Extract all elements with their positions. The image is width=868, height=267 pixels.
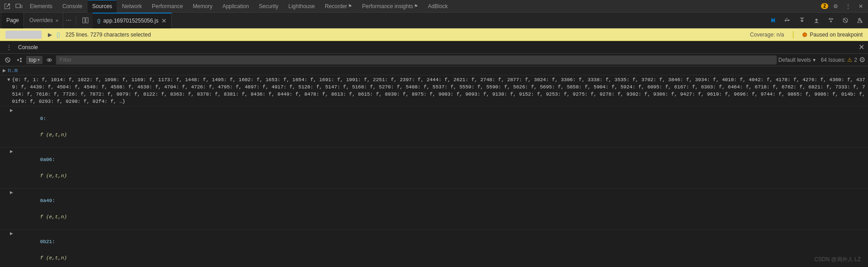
status-bar: ▶ {} 225 lines. 7279 characters selected… (0, 28, 868, 41)
tab-performance[interactable]: Performance (147, 0, 188, 13)
svg-rect-5 (774, 18, 775, 23)
tab-lighthouse[interactable]: Lighthouse (284, 0, 319, 13)
divider (76, 16, 76, 25)
issues-text: 64 Issues: (821, 57, 846, 63)
list-item[interactable]: ▶ 0: f (e,t,n) (0, 106, 868, 147)
list-item[interactable]: ▶ 0a06: f (e,t,n) (0, 147, 868, 189)
log-levels-arrow: ▾ (813, 57, 816, 63)
list-item[interactable]: ▶ 0a49: f (e,t,n) (0, 189, 868, 230)
entry-expand-arrow[interactable]: ▶ (10, 106, 14, 115)
tab-memory-label: Memory (193, 3, 212, 9)
collapse-icon[interactable]: ▼ (7, 76, 10, 83)
more-options-icon[interactable]: ⋮ (843, 1, 854, 12)
tab-overrides-label: Overrides (29, 17, 53, 23)
svg-point-14 (17, 59, 19, 61)
tab-security-label: Security (259, 3, 278, 9)
step-btn[interactable] (825, 14, 837, 27)
tab-network-label: Network (122, 3, 142, 9)
devtools-inspect-icon[interactable] (2, 1, 13, 12)
resume-btn[interactable] (767, 14, 779, 27)
devtools-responsive-icon[interactable] (14, 1, 24, 12)
svg-line-13 (6, 59, 9, 61)
paused-badge: Paused on breakpoint (802, 32, 863, 38)
clear-console-btn[interactable] (3, 55, 13, 65)
log-levels-label: Default levels (779, 57, 811, 63)
close-devtools-icon[interactable]: ✕ (855, 1, 866, 12)
tab-recorder-label: Recorder (325, 3, 347, 9)
paused-label: Paused on breakpoint (810, 32, 863, 38)
svg-point-16 (20, 60, 22, 62)
sources-tab-bar: Page Overrides » ⋯ {} app.1697015255056.… (0, 13, 868, 28)
tab-adblock[interactable]: AdBlock (423, 0, 452, 13)
overrides-more-icon: » (56, 18, 58, 23)
tab-adblock-label: AdBlock (428, 3, 448, 9)
object-entries: ▶ 0: f (e,t,n) ▶ 0a06: f (e,t,n) ▶ 0a49:… (0, 106, 868, 267)
step-into-btn[interactable] (796, 14, 808, 27)
tab-console[interactable]: Console (58, 0, 87, 13)
tab-elements-label: Elements (30, 3, 52, 9)
entry-expand-arrow[interactable]: ▶ (10, 189, 14, 197)
console-title: Console (18, 44, 38, 51)
tab-lighthouse-label: Lighthouse (288, 3, 315, 9)
deactivate-breakpoints-btn[interactable] (839, 14, 852, 27)
entry-expand-arrow[interactable]: ▶ (10, 230, 14, 238)
issues-num: 2 (854, 57, 857, 63)
context-arrow: ▾ (38, 57, 40, 62)
nm-expand-arrow[interactable]: ▶ (3, 67, 6, 74)
context-value: top (29, 57, 37, 63)
tab-sources-label: Sources (92, 3, 112, 9)
collapse-panel-btn[interactable] (79, 14, 92, 27)
tab-recorder[interactable]: Recorder ⚑ (320, 0, 357, 13)
file-info: 225 lines. 7279 characters selected (66, 32, 151, 38)
data-object-line[interactable]: ▼ {0: f, 1: f, 1014: f, 1022: f, 1098: f… (0, 75, 868, 106)
console-close-icon[interactable]: ✕ (859, 43, 864, 51)
nm-entry[interactable]: ▶ n.m (0, 66, 868, 75)
nm-label: n.m (8, 68, 18, 74)
console-content[interactable]: ▶ n.m ▼ {0: f, 1: f, 1014: f, 1022: f, 1… (0, 66, 868, 267)
menu-bar: Elements Console Sources Network Perform… (0, 0, 868, 13)
tab-performance-label: Performance (152, 3, 183, 9)
notification-badge: 2 (821, 3, 828, 9)
console-header: ⋮ Console ✕ (0, 41, 868, 54)
watermark: CSDN @局外人 LZ (814, 256, 861, 263)
console-handle-icon[interactable]: ⋮ (4, 42, 14, 53)
console-panel: ⋮ Console ✕ top ▾ (0, 41, 868, 267)
file-type-icon-status: {} (56, 32, 60, 38)
console-filter-input[interactable] (56, 55, 777, 64)
tab-sources[interactable]: Sources (88, 0, 117, 13)
file-tab-name: app.1697015255056.js (103, 18, 159, 24)
list-item[interactable]: ▶ 0b21: f (e,t,n) (0, 230, 868, 267)
step-over-btn[interactable] (781, 14, 794, 27)
log-levels-dropdown[interactable]: Default levels ▾ (779, 57, 816, 63)
tab-application[interactable]: Application (218, 0, 253, 13)
context-selector[interactable]: top ▾ (26, 56, 42, 64)
tab-overrides[interactable]: Overrides » (25, 13, 63, 28)
tab-elements[interactable]: Elements (25, 0, 57, 13)
step-out-btn[interactable] (810, 14, 823, 27)
tab-memory[interactable]: Memory (188, 0, 217, 13)
tab-page[interactable]: Page (2, 13, 24, 28)
tab-performance-insights[interactable]: Performance insights ⚑ (357, 0, 422, 13)
tab-security[interactable]: Security (254, 0, 283, 13)
svg-rect-2 (83, 18, 85, 23)
divider-status (793, 31, 793, 38)
tab-page-label: Page (6, 17, 19, 23)
settings-icon[interactable]: ⚙ (830, 1, 841, 12)
filter-toggle-btn[interactable] (14, 55, 24, 65)
tab-console-label: Console (62, 3, 82, 9)
entry-expand-arrow[interactable]: ▶ (10, 147, 14, 156)
file-tab-close-icon[interactable]: ✕ (161, 18, 167, 24)
tab-performance-insights-label: Performance insights (362, 3, 413, 9)
issues-count[interactable]: 64 Issues: ⚠ 2 (821, 57, 857, 63)
tab-more-button[interactable]: ⋯ (64, 17, 73, 23)
console-settings-btn[interactable]: ⚙ (859, 55, 865, 64)
no-dom-breakpoints-btn[interactable] (854, 14, 866, 27)
performance-insights-icon: ⚑ (414, 4, 418, 9)
live-expressions-btn[interactable] (44, 55, 54, 65)
svg-rect-0 (16, 4, 20, 8)
file-tab[interactable]: {} app.1697015255056.js ✕ (93, 13, 171, 28)
tab-network[interactable]: Network (117, 0, 146, 13)
issue-warning-icon: ⚠ (847, 57, 852, 63)
sidebar-thumbnail (5, 31, 42, 39)
breadcrumb-arrow: ▶ (48, 32, 52, 38)
